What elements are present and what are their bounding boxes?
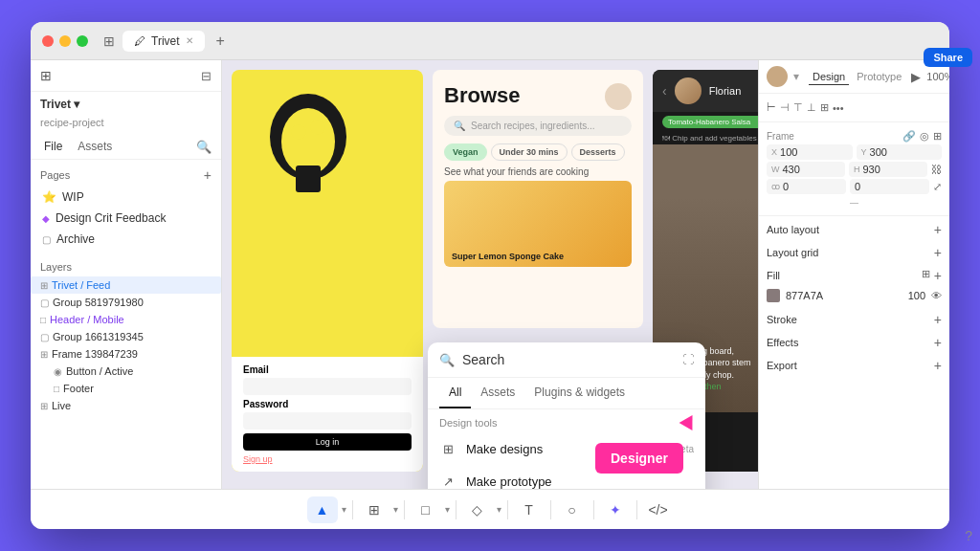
align-top-icon[interactable]: ⊥ (807, 101, 816, 114)
share-button[interactable]: Share (924, 60, 949, 67)
email-input[interactable] (243, 378, 412, 395)
layer-frame[interactable]: ⊞ Frame 139847239 (31, 345, 221, 363)
fill-grid-icon[interactable]: ⊞ (922, 268, 930, 283)
signup-link[interactable]: Sign up (243, 454, 412, 464)
filter-tab-plugins[interactable]: Plugins & widgets (524, 378, 635, 408)
tag-under30[interactable]: Under 30 mins (491, 143, 568, 161)
traffic-lights (42, 35, 88, 47)
fullscreen-resize-icon[interactable]: ⤢ (933, 181, 942, 193)
angle-input[interactable]: 0 (850, 179, 929, 194)
tool-code[interactable]: </> (643, 496, 674, 523)
vector-icon: ◇ (472, 502, 482, 518)
tool-vector[interactable]: ◇ (462, 496, 493, 523)
tool-rect[interactable]: □ (411, 496, 441, 523)
browse-search[interactable]: 🔍 Search recipes, ingredients... (444, 116, 632, 136)
frame-yellow: Join the world's largest community-power… (232, 70, 423, 472)
page-label-design-crit: Design Crit Feedback (56, 211, 166, 225)
page-item-wip[interactable]: ⭐ WIP (36, 187, 215, 208)
right-panel-top: ▾ Design Prototype ▶ 100% ▾ (759, 60, 949, 94)
new-tab-button[interactable]: + (216, 33, 225, 50)
add-fill-icon[interactable]: + (934, 268, 942, 283)
expand-icon[interactable]: ⊞ (933, 130, 942, 143)
filter-tab-all[interactable]: All (439, 378, 471, 408)
fill-row: 877A7A 100 👁 (759, 285, 949, 306)
align-center-v-icon[interactable]: ⊞ (820, 101, 829, 114)
add-page-icon[interactable]: + (204, 167, 212, 183)
back-arrow-icon[interactable]: ‹ (662, 83, 667, 99)
tab-prototype[interactable]: Prototype (853, 69, 905, 85)
ellipse-icon: ○ (568, 502, 575, 518)
clip-content-label: — (767, 196, 942, 209)
add-stroke-icon[interactable]: + (934, 312, 942, 327)
close-button[interactable] (42, 35, 54, 47)
maximize-button[interactable] (77, 35, 88, 47)
r-input[interactable]: ꝏ 0 (767, 179, 846, 194)
layer-footer[interactable]: □ Footer (31, 380, 221, 397)
tab-file[interactable]: File (40, 138, 66, 155)
search-icon[interactable]: 🔍 (196, 140, 212, 154)
add-effects-icon[interactable]: + (934, 335, 942, 350)
tool-ellipse[interactable]: ○ (557, 496, 588, 523)
layer-button[interactable]: ◉ Button / Active (31, 363, 221, 380)
bottom-toolbar: ▲ ▾ ⊞ ▾ □ ▾ ◇ ▾ T ○ ✦ </> (31, 489, 949, 529)
select-dropdown[interactable]: ▾ (342, 504, 346, 515)
add-layout-grid-icon[interactable]: + (934, 245, 942, 260)
filter-tab-assets[interactable]: Assets (471, 378, 524, 408)
h-input[interactable]: H 930 (849, 162, 927, 177)
lock-ratio-icon[interactable]: ⛓ (931, 164, 942, 175)
tool-text[interactable]: T (514, 496, 545, 523)
zoom-label[interactable]: 100% (926, 71, 949, 82)
frame-icon-3: □ (54, 384, 59, 394)
tool-frame[interactable]: ⊞ (359, 496, 390, 523)
rect-dropdown[interactable]: ▾ (445, 504, 450, 515)
align-left-icon[interactable]: ⊢ (767, 101, 776, 114)
x-input[interactable]: X 100 (767, 144, 853, 160)
vector-dropdown[interactable]: ▾ (497, 504, 501, 515)
layer-header-mobile[interactable]: □ Header / Mobile (31, 311, 221, 328)
tab-design[interactable]: Design (809, 69, 849, 85)
w-input[interactable]: W 430 (767, 162, 845, 177)
frame-icon: □ (40, 315, 46, 325)
layer-trivet-feed[interactable]: ⊞ Trivet / Feed (31, 276, 221, 294)
tool-select[interactable]: ▲ (307, 496, 338, 523)
y-input[interactable]: Y 300 (857, 144, 943, 160)
more-icon[interactable]: ••• (833, 102, 844, 114)
fullscreen-icon[interactable]: ⛶ (682, 353, 694, 366)
login-button[interactable]: Log in (243, 433, 412, 451)
password-input[interactable] (243, 412, 412, 430)
fill-hex[interactable]: 877A7A (786, 290, 902, 301)
fill-color-swatch[interactable] (767, 289, 780, 302)
layer-label-group2: Group 1661319345 (53, 331, 144, 342)
tag-desserts[interactable]: Desserts (571, 143, 625, 161)
add-export-icon[interactable]: + (934, 358, 942, 373)
play-icon[interactable]: ▶ (911, 70, 921, 84)
user-dropdown-icon[interactable]: ▾ (793, 70, 799, 83)
tab-assets[interactable]: Assets (74, 138, 116, 155)
collapse-icon[interactable]: ⊟ (201, 69, 212, 83)
layer-label-frame: Frame 139847239 (52, 348, 138, 360)
layer-live[interactable]: ⊞ Live (31, 397, 221, 414)
tag-vegan[interactable]: Vegan (444, 143, 487, 161)
layers-section: Layers ⊞ Trivet / Feed ▢ Group 581979198… (31, 253, 221, 414)
page-item-archive[interactable]: ▢ Archive (36, 229, 215, 250)
page-item-design-crit[interactable]: ◆ Design Crit Feedback (36, 208, 215, 229)
layer-group-2[interactable]: ▢ Group 1661319345 (31, 328, 221, 345)
eye-icon[interactable]: 👁 (931, 290, 942, 301)
add-auto-layout-icon[interactable]: + (934, 222, 942, 237)
frame-dropdown[interactable]: ▾ (393, 504, 398, 515)
tool-sparkle[interactable]: ✦ (600, 496, 631, 523)
align-center-h-icon[interactable]: ⊣ (780, 101, 790, 114)
project-name[interactable]: Trivet ▾ (31, 92, 221, 117)
search-text[interactable]: Search (462, 352, 675, 367)
link-icon[interactable]: 🔗 (902, 130, 916, 143)
align-right-icon[interactable]: ⊤ (793, 101, 803, 114)
separator-3 (456, 500, 457, 519)
layer-group-1[interactable]: ▢ Group 5819791980 (31, 294, 221, 311)
export-row: Export + (759, 352, 949, 375)
clip-icon[interactable]: ◎ (920, 130, 929, 143)
tab-close-icon[interactable]: ✕ (186, 35, 193, 46)
minimize-button[interactable] (59, 35, 71, 47)
fill-opacity[interactable]: 100 (908, 290, 925, 301)
canvas-area[interactable]: Join the world's largest community-power… (222, 60, 758, 489)
browser-tab[interactable]: 🖊 Trivet ✕ (122, 31, 205, 52)
